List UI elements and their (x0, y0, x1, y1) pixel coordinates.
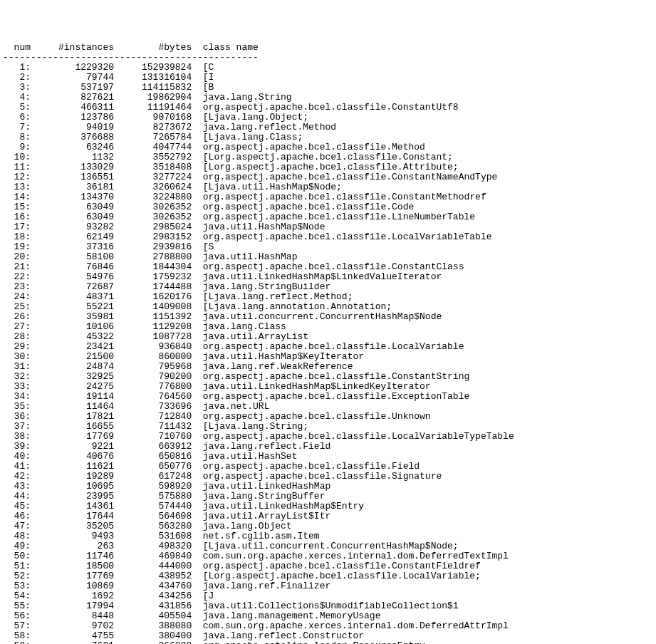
col-classname-header: class name (192, 43, 259, 53)
row-classname: org.aspectj.apache.bcel.classfile.LocalV… (192, 232, 491, 242)
row-classname: [Lorg.aspectj.apache.bcel.classfile.Loca… (192, 571, 481, 581)
row-instances: 10869 (31, 581, 114, 591)
row-instances: 19289 (31, 472, 114, 482)
row-bytes: 498320 (114, 541, 192, 551)
row-num: 41: (3, 462, 31, 472)
separator-line: ----------------------------------------… (3, 53, 653, 63)
row-classname: java.lang.StringBuffer (192, 492, 325, 502)
row-bytes: 531608 (114, 531, 192, 541)
col-bytes-header: #bytes (114, 43, 192, 53)
table-row: 28:453221087728java.util.ArrayList (3, 332, 653, 342)
row-bytes: 438952 (114, 571, 192, 581)
row-instances: 11464 (31, 402, 114, 412)
table-row: 3:537197114115832[B (3, 83, 653, 93)
row-bytes: 574440 (114, 502, 192, 511)
row-classname: org.aspectj.apache.bcel.classfile.Consta… (192, 192, 486, 202)
row-instances: 36181 (31, 182, 114, 192)
row-bytes: 366288 (114, 641, 192, 644)
row-instances: 62149 (31, 232, 114, 242)
row-bytes: 3277224 (114, 172, 192, 182)
table-row: 19:373162939816[S (3, 242, 653, 252)
row-instances: 1692 (31, 591, 114, 601)
row-bytes: 2985024 (114, 222, 192, 232)
row-classname: java.util.HashMap$Node (192, 222, 325, 232)
header-row: num#instances#bytesclass name (3, 43, 653, 53)
row-num: 4: (3, 93, 31, 103)
row-instances: 8448 (31, 611, 114, 621)
row-instances: 54976 (31, 272, 114, 282)
table-row: 11:1330293518408[Lorg.aspectj.apache.bce… (3, 162, 653, 172)
row-num: 17: (3, 222, 31, 232)
table-row: 12:1365513277224org.aspectj.apache.bcel.… (3, 172, 653, 182)
table-row: 26:359811151392java.util.concurrent.Conc… (3, 312, 653, 322)
row-instances: 76846 (31, 262, 114, 272)
row-instances: 58100 (31, 252, 114, 262)
row-instances: 9493 (31, 531, 114, 541)
row-classname: java.net.URL (192, 402, 269, 412)
row-num: 35: (3, 402, 31, 412)
row-bytes: 1129208 (114, 322, 192, 332)
table-row: 9:632464047744org.aspectj.apache.bcel.cl… (3, 142, 653, 152)
row-num: 43: (3, 482, 31, 492)
row-num: 11: (3, 162, 31, 172)
row-instances: 23995 (31, 492, 114, 502)
row-instances: 40676 (31, 452, 114, 462)
row-classname: [Ljava.lang.Class; (192, 133, 303, 142)
row-bytes: 434256 (114, 591, 192, 601)
row-instances: 32925 (31, 372, 114, 382)
row-bytes: 9070168 (114, 113, 192, 123)
table-row: 45:14361574440java.util.LinkedHashMap$En… (3, 502, 653, 511)
table-row: 23:726871744488java.lang.StringBuilder (3, 282, 653, 292)
row-num: 27: (3, 322, 31, 332)
row-instances: 24874 (31, 362, 114, 372)
row-classname: [Ljava.util.HashMap$Node; (192, 182, 342, 192)
table-row: 51:18500444000org.aspectj.apache.bcel.cl… (3, 561, 653, 571)
row-bytes: 1844304 (114, 262, 192, 272)
row-classname: java.util.Collections$UnmodifiableCollec… (192, 601, 458, 611)
table-row: 37:16655711432[Ljava.lang.String; (3, 422, 653, 432)
table-row: 29:23421936840org.aspectj.apache.bcel.cl… (3, 342, 653, 352)
row-bytes: 3518408 (114, 162, 192, 172)
row-num: 6: (3, 113, 31, 123)
row-num: 28: (3, 332, 31, 342)
row-classname: org.aspectj.apache.bcel.classfile.Consta… (192, 561, 481, 571)
table-row: 58:4755380400java.lang.reflect.Construct… (3, 631, 653, 641)
row-classname: java.util.LinkedHashMap$LinkedValueItera… (192, 272, 442, 282)
row-classname: java.lang.reflect.Method (192, 123, 336, 133)
row-bytes: 434760 (114, 581, 192, 591)
row-num: 44: (3, 492, 31, 502)
row-classname: java.lang.String (192, 93, 291, 103)
row-num: 37: (3, 422, 31, 432)
table-row: 24:483711620176[Ljava.lang.reflect.Metho… (3, 292, 653, 302)
row-instances: 21500 (31, 352, 114, 362)
table-row: 30:21500860000java.util.HashMap$KeyItera… (3, 352, 653, 362)
table-row: 47:35205563280java.lang.Object (3, 521, 653, 531)
row-num: 23: (3, 282, 31, 292)
histogram-table: num#instances#bytesclass name-----------… (3, 43, 653, 644)
row-num: 12: (3, 172, 31, 182)
row-bytes: 3026352 (114, 202, 192, 212)
row-bytes: 860000 (114, 352, 192, 362)
row-classname: org.aspectj.apache.bcel.classfile.Unknow… (192, 412, 430, 422)
row-instances: 23421 (31, 342, 114, 352)
row-instances: 17769 (31, 432, 114, 442)
row-instances: 1132 (31, 152, 114, 162)
row-bytes: 2788800 (114, 252, 192, 262)
row-num: 2: (3, 73, 31, 83)
row-num: 1: (3, 63, 31, 73)
row-num: 32: (3, 372, 31, 382)
row-classname: org.aspectj.apache.bcel.classfile.LineNu… (192, 212, 475, 222)
row-num: 29: (3, 342, 31, 352)
row-classname: org.aspectj.apache.bcel.classfile.Code (192, 202, 414, 212)
row-bytes: 712840 (114, 412, 192, 422)
table-row: 31:24874795968java.lang.ref.WeakReferenc… (3, 362, 653, 372)
row-bytes: 2983152 (114, 232, 192, 242)
row-bytes: 19862904 (114, 93, 192, 103)
table-row: 6:1237869070168[Ljava.lang.Object; (3, 113, 653, 123)
row-classname: [S (192, 242, 214, 252)
row-bytes: 431856 (114, 601, 192, 611)
row-instances: 18500 (31, 561, 114, 571)
row-instances: 93282 (31, 222, 114, 232)
row-num: 25: (3, 302, 31, 312)
row-instances: 17994 (31, 601, 114, 611)
